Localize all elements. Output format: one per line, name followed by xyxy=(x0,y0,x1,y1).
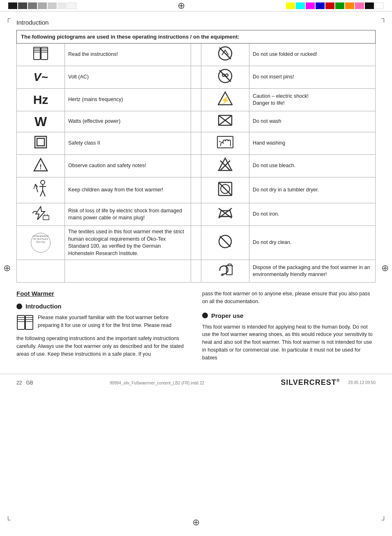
intro-book-icon xyxy=(16,315,34,331)
pict-row-8: Risk of loss of life by electric shock f… xyxy=(17,203,376,226)
brand-logo: SILVERCREST® xyxy=(281,378,340,387)
color-sq-r3 xyxy=(306,2,315,9)
safety-class-svg xyxy=(34,135,48,149)
pict-label-no-wash: Do not wash xyxy=(249,111,375,132)
color-sq-5 xyxy=(48,2,57,9)
volt-text: V~ xyxy=(33,71,48,83)
color-squares-right xyxy=(286,2,384,9)
svg-rect-38 xyxy=(43,216,49,220)
pict-label-caution-notes: Observe caution and safety notes! xyxy=(65,155,191,177)
proper-use-bullet xyxy=(202,313,208,318)
pict-label-electric-risk: Risk of loss of life by electric shock f… xyxy=(65,203,191,226)
svg-marker-24 xyxy=(219,158,232,170)
col-left: Foot Warmer Introduction xyxy=(16,290,190,361)
pict-row-7: Keep children away from the foot warmer!… xyxy=(17,177,376,203)
icon-eco-dispose xyxy=(201,260,249,283)
pict-divider-5 xyxy=(191,132,201,155)
intro-inline-text: Please make yourself familiar with the f… xyxy=(38,314,190,331)
svg-line-45 xyxy=(220,236,231,247)
icon-electric-shock-risk xyxy=(17,203,65,226)
introduction-label: Introduction xyxy=(25,303,61,310)
svg-line-11 xyxy=(219,70,231,82)
crosshair-bottom: ⊕ xyxy=(192,517,200,528)
pict-label-no-fold: Do not use folded or rucked! xyxy=(249,44,375,66)
pict-row-4: W Watts (effective power) Do not wash xyxy=(17,111,376,132)
color-sq-r10 xyxy=(375,2,384,9)
icon-safety-class xyxy=(17,132,65,155)
pict-divider-10 xyxy=(191,260,201,283)
pict-row-1: Read the instructions! Do not use folded… xyxy=(17,44,376,66)
svg-text:⚡: ⚡ xyxy=(221,96,230,105)
crosshair-left: ⊕ xyxy=(3,263,11,274)
footer-page-number: 22 GB xyxy=(16,380,33,386)
pict-table-header-text: The following pictograms are used in the… xyxy=(17,30,376,44)
icon-children-away xyxy=(17,177,65,203)
no-dry-clean-svg xyxy=(218,234,233,249)
pict-label-no-iron: Do not iron. xyxy=(249,203,375,226)
icon-confidence-textile: CONFIDENCE IN TEXTILESÖko-Tex xyxy=(17,226,65,260)
svg-line-30 xyxy=(40,191,43,196)
color-squares-left xyxy=(8,2,76,9)
color-sq-r6 xyxy=(335,2,344,9)
introduction-block: Please make yourself familiar with the f… xyxy=(16,314,190,331)
icon-no-wash xyxy=(201,111,249,132)
proper-use-label: Proper use xyxy=(211,312,243,319)
pict-label-oeko-tex: The textiles used in this foot warmer me… xyxy=(65,226,191,260)
color-sq-r9 xyxy=(365,2,374,9)
color-sq-7 xyxy=(67,2,76,9)
icon-no-bleach xyxy=(201,155,249,177)
icon-no-fold xyxy=(201,44,249,66)
caution-triangle-svg: ! xyxy=(33,158,48,172)
pict-divider-4 xyxy=(191,111,201,132)
continuation-text: pass the foot warmer on to anyone else, … xyxy=(202,290,376,306)
reg-mark-br: ┘ xyxy=(382,516,386,524)
introduction-bullet xyxy=(16,304,22,309)
no-wash-svg xyxy=(218,114,233,127)
icon-no-pins xyxy=(201,66,249,89)
color-sq-r2 xyxy=(296,2,305,9)
reg-mark-bl: └ xyxy=(6,516,10,524)
eco-dispose-svg xyxy=(217,262,234,277)
children-away-svg xyxy=(32,180,49,198)
pict-label-no-pins: Do not insert pins! xyxy=(249,66,375,89)
icon-caution-electric: ⚡ xyxy=(201,89,249,111)
pict-row-3: Hz Hertz (mains frequency) ⚡ Caution – e… xyxy=(17,89,376,111)
page-title: Introduction xyxy=(16,19,376,26)
no-pins-svg xyxy=(218,69,233,83)
color-sq-4 xyxy=(38,2,47,9)
icon-watt: W xyxy=(17,111,65,132)
icon-no-tumble-dry xyxy=(201,177,249,203)
pict-label-children-away: Keep children away from the foot warmer! xyxy=(65,177,191,203)
proper-use-subheading: Proper use xyxy=(202,312,376,319)
svg-rect-20 xyxy=(37,138,44,146)
electric-risk-svg xyxy=(32,206,50,221)
pict-label-no-dry-clean: Do not dry clean. xyxy=(249,226,375,260)
icon-hand-wash xyxy=(201,132,249,155)
watt-text: W xyxy=(35,114,47,129)
no-tumble-dry-svg xyxy=(218,182,233,196)
reg-mark-tr: ┐ xyxy=(382,15,386,22)
pict-label-read: Read the instructions! xyxy=(65,44,191,66)
color-sq-r8 xyxy=(355,2,364,9)
book-svg xyxy=(33,46,48,60)
pict-label-watt: Watts (effective power) xyxy=(65,111,191,132)
pict-divider-6 xyxy=(191,155,201,177)
pict-divider-3 xyxy=(191,89,201,111)
pict-label-no-tumble-dry: Do not dry in a tumbler dryer. xyxy=(249,177,375,203)
color-sq-2 xyxy=(18,2,27,9)
reg-mark-tl: ┌ xyxy=(6,15,10,22)
hand-wash-svg xyxy=(217,135,234,150)
pict-table-header: The following pictograms are used in the… xyxy=(17,30,376,44)
icon-no-dry-clean xyxy=(201,226,249,260)
no-fold-svg xyxy=(218,46,233,61)
pict-label-caution-electric: Caution – electric shock!Danger to life! xyxy=(249,89,375,111)
color-sq-6 xyxy=(58,2,67,9)
color-sq-r4 xyxy=(316,2,325,9)
pict-label-empty-left xyxy=(65,260,191,283)
color-sq-3 xyxy=(28,2,37,9)
color-bar-top: ⊕ xyxy=(0,0,392,12)
pict-label-eco-dispose: Dispose of the packaging and the foot wa… xyxy=(249,260,375,283)
icon-no-iron xyxy=(201,203,249,226)
pict-divider-7 xyxy=(191,177,201,203)
svg-point-12 xyxy=(222,74,225,76)
